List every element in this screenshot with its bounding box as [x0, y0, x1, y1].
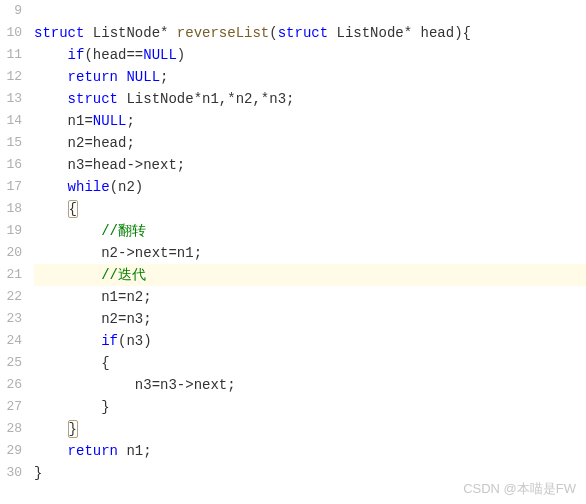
- line-number: 22: [0, 286, 22, 308]
- code-line: return n1;: [34, 440, 586, 462]
- watermark: CSDN @本喵是FW: [463, 480, 576, 498]
- code-line: {: [34, 198, 586, 220]
- line-number: 29: [0, 440, 22, 462]
- line-number: 12: [0, 66, 22, 88]
- code-line: //翻转: [34, 220, 586, 242]
- code-line: return NULL;: [34, 66, 586, 88]
- line-number: 25: [0, 352, 22, 374]
- code-line: while(n2): [34, 176, 586, 198]
- line-number: 26: [0, 374, 22, 396]
- line-number: 11: [0, 44, 22, 66]
- line-number: 16: [0, 154, 22, 176]
- code-line: n2=n3;: [34, 308, 586, 330]
- code-line: n1=n2;: [34, 286, 586, 308]
- code-line: if(n3): [34, 330, 586, 352]
- line-number: 19: [0, 220, 22, 242]
- code-line: {: [34, 352, 586, 374]
- code-line: if(head==NULL): [34, 44, 586, 66]
- code-line: n3=n3->next;: [34, 374, 586, 396]
- code-line-current: //迭代: [34, 264, 586, 286]
- line-number: 14: [0, 110, 22, 132]
- code-line: }: [34, 396, 586, 418]
- code-line: n3=head->next;: [34, 154, 586, 176]
- code-line: [34, 0, 586, 22]
- line-number: 21: [0, 264, 22, 286]
- line-number: 23: [0, 308, 22, 330]
- line-number: 15: [0, 132, 22, 154]
- code-editor: 9 10 11 12 13 14 15 16 17 18 19 20 21 22…: [0, 0, 586, 504]
- code-line: n2=head;: [34, 132, 586, 154]
- code-line: struct ListNode*n1,*n2,*n3;: [34, 88, 586, 110]
- line-number: 9: [0, 0, 22, 22]
- line-number: 13: [0, 88, 22, 110]
- line-number: 28: [0, 418, 22, 440]
- line-number: 24: [0, 330, 22, 352]
- line-number: 27: [0, 396, 22, 418]
- line-number: 17: [0, 176, 22, 198]
- line-number: 10: [0, 22, 22, 44]
- code-line: }: [34, 418, 586, 440]
- line-number: 18: [0, 198, 22, 220]
- line-number: 30: [0, 462, 22, 484]
- line-number-gutter: 9 10 11 12 13 14 15 16 17 18 19 20 21 22…: [0, 0, 28, 504]
- line-number: 20: [0, 242, 22, 264]
- code-line: n2->next=n1;: [34, 242, 586, 264]
- code-line: struct ListNode* reverseList(struct List…: [34, 22, 586, 44]
- code-area[interactable]: struct ListNode* reverseList(struct List…: [28, 0, 586, 504]
- code-line: n1=NULL;: [34, 110, 586, 132]
